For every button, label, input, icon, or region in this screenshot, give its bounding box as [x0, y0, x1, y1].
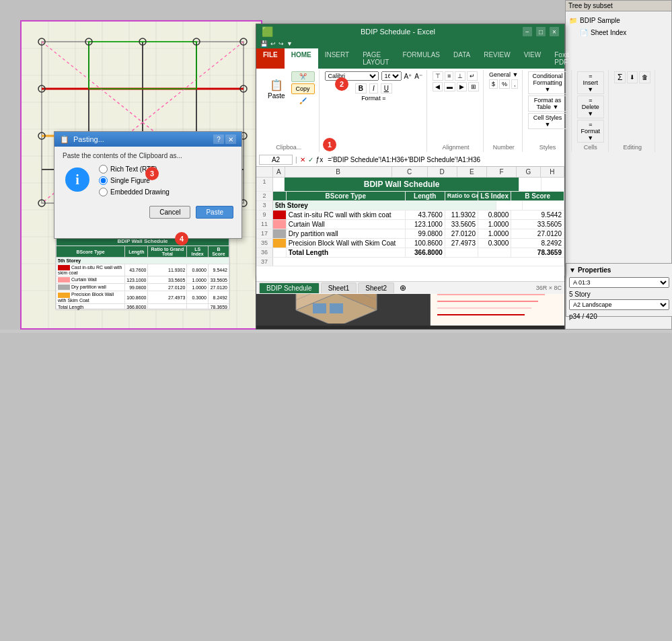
- cell-35c: 100.8600: [406, 239, 445, 248]
- comma-button[interactable]: ,: [511, 79, 519, 89]
- align-bottom-button[interactable]: ⊥: [455, 71, 465, 81]
- close-button[interactable]: ×: [550, 27, 559, 36]
- paste-button[interactable]: 📋 Paste: [263, 77, 290, 102]
- font-select[interactable]: Calibri: [325, 71, 379, 81]
- qat-dropdown-icon[interactable]: ▼: [287, 40, 293, 47]
- qat-save-icon[interactable]: 💾: [260, 40, 268, 47]
- number-controls: General ▼ $ % ,: [489, 71, 519, 89]
- tab-view[interactable]: VIEW: [517, 48, 548, 69]
- small-row-total: Total Length 366.800078.3659: [57, 303, 229, 310]
- spreadsheet: A B C D E F G H 1 BDIP Wall Schedule 2: [256, 167, 564, 281]
- cell-2a: [273, 192, 287, 200]
- radio-rtf[interactable]: [99, 165, 108, 174]
- align-middle-button[interactable]: ≡: [445, 71, 453, 81]
- confirm-formula-icon[interactable]: ✓: [308, 156, 313, 163]
- paste-confirm-button[interactable]: Paste: [196, 206, 233, 219]
- sheet-tab-sheet1[interactable]: Sheet1: [321, 282, 357, 293]
- prop-select-2[interactable]: A2 Landscape: [569, 299, 669, 310]
- small-schedule-preview: BDIP Wall Schedule BScore Type Length Ra…: [55, 235, 230, 309]
- formula-input[interactable]: [326, 155, 562, 164]
- radio-embedded-label: Embedded Drawing: [110, 188, 170, 196]
- fill-button[interactable]: ⬇: [627, 71, 638, 83]
- italic-button[interactable]: I: [369, 83, 378, 93]
- radio-embedded[interactable]: [99, 188, 108, 196]
- minimize-button[interactable]: −: [523, 27, 532, 36]
- tab-foxit[interactable]: Foxit PDF: [548, 48, 576, 69]
- percent-button[interactable]: %: [499, 79, 510, 89]
- cancel-formula-icon[interactable]: ✕: [300, 156, 305, 163]
- paste-icon: 📋: [270, 79, 283, 91]
- tab-formulas[interactable]: FORMULAS: [396, 48, 447, 69]
- sum-button[interactable]: Σ: [614, 71, 626, 83]
- cut-button[interactable]: ✂️: [291, 71, 315, 82]
- prop-select-1[interactable]: A 01:3: [569, 277, 669, 288]
- cell-37b: [273, 258, 564, 266]
- copy-label: Copy: [296, 85, 310, 92]
- prop-row-4: p34 / 420: [569, 312, 669, 321]
- currency-button[interactable]: $: [489, 79, 498, 89]
- font-size-select[interactable]: 16: [381, 71, 402, 81]
- formula-bar: | ✕ ✓ ƒx: [256, 153, 564, 167]
- small-col-ls: LS Index: [187, 246, 209, 258]
- tab-data[interactable]: DATA: [447, 48, 477, 69]
- small-row-4: Precision Block Wall with Skim Coat 100.…: [57, 291, 229, 303]
- cell-styles-button[interactable]: Cell Styles ▼: [528, 113, 566, 129]
- tab-insert[interactable]: INSERT: [318, 48, 357, 69]
- tab-page-layout[interactable]: PAGE LAYOUT: [356, 48, 396, 69]
- tab-review[interactable]: REVIEW: [477, 48, 517, 69]
- small-row-1: Cast in-situ RC wall with skim coat 43.7…: [57, 264, 229, 276]
- radio-single[interactable]: [99, 176, 108, 185]
- small-col-type: BScore Type: [57, 246, 125, 258]
- add-sheet-button[interactable]: ⊕: [396, 282, 410, 294]
- font-increase-button[interactable]: A⁺: [404, 73, 412, 80]
- sheet-tab-bdip[interactable]: BDIP Schedule: [259, 282, 320, 293]
- dialog-close-button[interactable]: ✕: [225, 135, 236, 144]
- qat-redo-icon[interactable]: ↪: [278, 40, 284, 47]
- conditional-formatting-button[interactable]: Conditional Formatting ▼: [528, 71, 566, 94]
- col-header-b: B: [285, 167, 392, 177]
- cell-1g: [519, 178, 542, 191]
- align-left-button[interactable]: ◀: [433, 82, 443, 91]
- bold-button[interactable]: B: [355, 83, 367, 93]
- cancel-button[interactable]: Cancel: [149, 206, 190, 219]
- sheet-tab-sheet2[interactable]: Sheet2: [358, 282, 394, 293]
- format-cells-button[interactable]: = Format ▼: [577, 120, 605, 143]
- wrap-text-button[interactable]: ↵: [467, 71, 478, 81]
- tree-item-sheet-label: Sheet Index: [591, 29, 626, 36]
- insert-cells-button[interactable]: = Insert ▼: [577, 71, 605, 94]
- underline-button[interactable]: U: [381, 83, 392, 93]
- pasting-dialog: 📋 Pasting... ? ✕ Paste the contents of t…: [54, 131, 242, 239]
- annotation-circle-4: 4: [175, 232, 188, 246]
- cell-36e: [478, 248, 511, 257]
- dialog-help-button[interactable]: ?: [213, 135, 224, 144]
- function-icon[interactable]: ƒx: [316, 156, 324, 163]
- clear-button[interactable]: 🗑: [639, 71, 650, 83]
- qat-undo-icon[interactable]: ↩: [270, 40, 276, 47]
- align-top-button[interactable]: ⊤: [433, 71, 443, 81]
- ribbon-group-number: General ▼ $ % , Number: [485, 70, 523, 152]
- tree-content: 📁 BDIP Sample 📄 Sheet Index: [566, 11, 671, 41]
- cell-17d: 27.0120: [445, 229, 478, 238]
- align-right-button[interactable]: ▶: [457, 82, 467, 91]
- merge-button[interactable]: ⊞: [468, 82, 479, 91]
- cell-36c: 366.8000: [406, 248, 445, 257]
- radio-row-embedded: Embedded Drawing: [99, 188, 170, 196]
- tree-item-bdip[interactable]: 📁 BDIP Sample: [568, 14, 669, 26]
- format-controls-row: B I U: [355, 83, 392, 93]
- format-painter-button[interactable]: 🖌️: [291, 96, 315, 106]
- format-table-button[interactable]: Format as Table ▼: [528, 96, 566, 112]
- tree-item-sheet[interactable]: 📄 Sheet Index: [568, 26, 669, 38]
- tree-item-bdip-label: BDIP Sample: [580, 17, 620, 24]
- delete-cells-button[interactable]: = Delete ▼: [577, 96, 605, 118]
- properties-title: ▼ Properties: [569, 266, 669, 274]
- cell-36b: Total Length: [287, 248, 406, 257]
- tab-home[interactable]: HOME: [285, 48, 318, 69]
- cell-reference-input[interactable]: [259, 155, 293, 165]
- cell-11e: 1.0000: [478, 220, 511, 229]
- copy-button[interactable]: Copy: [291, 83, 315, 94]
- font-decrease-button[interactable]: A⁻: [414, 73, 422, 80]
- editing-controls: Σ ⬇ 🗑: [614, 71, 650, 83]
- tab-file[interactable]: FILE: [256, 48, 285, 69]
- align-center-button[interactable]: ▬: [444, 82, 455, 91]
- maximize-button[interactable]: □: [536, 27, 546, 36]
